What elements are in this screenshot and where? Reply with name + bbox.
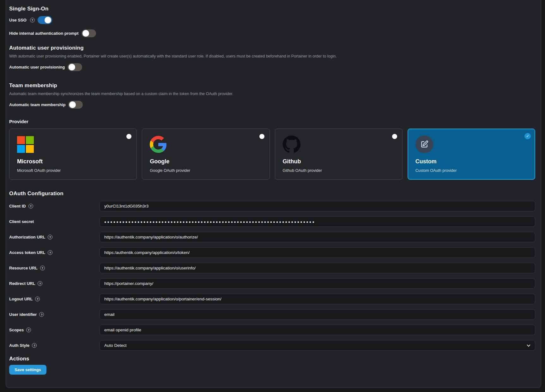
save-settings-button[interactable]: Save settings: [9, 365, 46, 375]
scopes-help-icon[interactable]: ?: [26, 328, 31, 332]
provider-card-subtitle: Microsoft OAuth provider: [17, 168, 129, 173]
client-secret-label: Client secret: [9, 219, 34, 224]
toggle-knob: [82, 30, 89, 37]
provider-card-title: Github: [283, 158, 395, 165]
access-token-url-help-icon[interactable]: ?: [48, 250, 52, 255]
redirect-url-label: Redirect URL: [9, 281, 35, 286]
auth-style-select[interactable]: Auto Detect: [100, 340, 535, 351]
user-identifier-label: User identifier: [9, 312, 37, 317]
auth-style-row: Auth Style ? Auto Detect: [9, 340, 535, 351]
provider-card-subtitle: Google OAuth provider: [150, 168, 262, 173]
resource-url-label: Resource URL: [9, 266, 38, 270]
redirect-url-help-icon[interactable]: ?: [38, 281, 42, 286]
provider-card-subtitle: Github OAuth provider: [283, 168, 395, 173]
logout-url-help-icon[interactable]: ?: [35, 297, 40, 301]
use-sso-row: Use SSO ?: [9, 16, 535, 24]
provider-cards: Microsoft Microsoft OAuth provider Googl…: [9, 129, 535, 178]
custom-edit-icon: [415, 136, 433, 153]
team-membership-row: Automatic team membership: [9, 100, 535, 109]
client-id-row: Client ID ?: [9, 201, 535, 211]
use-sso-toggle[interactable]: [38, 16, 52, 24]
access-token-url-input[interactable]: [100, 247, 535, 258]
provider-selected-check-icon[interactable]: ✓: [524, 133, 531, 139]
toggle-knob: [69, 64, 75, 70]
team-membership-heading: Team membership: [9, 82, 535, 89]
provider-card-title: Microsoft: [17, 158, 129, 165]
oauth-configuration-heading: OAuth Configuration: [9, 190, 535, 197]
logout-url-label: Logout URL: [9, 297, 33, 301]
hide-internal-auth-label: Hide internal authentication prompt: [9, 31, 79, 36]
provider-card-title: Custom: [415, 158, 527, 165]
provider-card-title: Google: [150, 158, 262, 165]
resource-url-help-icon[interactable]: ?: [40, 266, 45, 270]
team-membership-toggle[interactable]: [68, 101, 83, 109]
oauth-configuration-form: Client ID ? Client secret ●●●●●●●●●●●●●●…: [9, 201, 535, 351]
use-sso-help-icon[interactable]: ?: [30, 18, 35, 22]
provider-card-subtitle: Custom OAuth provider: [415, 168, 527, 173]
logout-url-row: Logout URL ?: [9, 294, 535, 304]
github-logo-icon: [283, 136, 300, 153]
provider-radio-unselected[interactable]: [392, 134, 397, 139]
scopes-input[interactable]: [100, 325, 535, 335]
auth-style-label: Auth Style: [9, 343, 29, 348]
provider-radio-unselected[interactable]: [126, 134, 131, 139]
auth-style-selected-value: Auto Detect: [104, 343, 127, 348]
provider-heading: Provider: [9, 119, 535, 124]
provider-card-google[interactable]: Google Google OAuth provider: [142, 129, 269, 180]
resource-url-input[interactable]: [100, 263, 535, 273]
access-token-url-row: Access token URL ?: [9, 247, 535, 258]
redirect-url-row: Redirect URL ?: [9, 278, 535, 289]
team-membership-description: Automatic team membership synchronizes t…: [9, 92, 535, 96]
client-id-label: Client ID: [9, 204, 26, 208]
auto-provisioning-description: With automatic user provisioning enabled…: [9, 54, 535, 58]
client-secret-input[interactable]: ●●●●●●●●●●●●●●●●●●●●●●●●●●●●●●●●●●●●●●●●…: [100, 216, 535, 227]
actions-heading: Actions: [9, 356, 535, 362]
client-secret-row: Client secret ●●●●●●●●●●●●●●●●●●●●●●●●●●…: [9, 216, 535, 227]
google-logo-icon: [150, 136, 167, 153]
auto-provisioning-row: Automatic user provisioning: [9, 63, 535, 71]
logout-url-input[interactable]: [100, 294, 535, 304]
authorization-url-label: Authorization URL: [9, 235, 45, 239]
sso-heading: Single Sign-On: [9, 6, 535, 12]
auto-provisioning-toggle[interactable]: [68, 63, 82, 71]
toggle-knob: [69, 101, 76, 108]
user-identifier-input[interactable]: [100, 309, 535, 320]
use-sso-label: Use SSO: [9, 18, 27, 22]
auto-provisioning-heading: Automatic user provisioning: [9, 45, 535, 51]
redirect-url-input[interactable]: [100, 278, 535, 289]
access-token-url-label: Access token URL: [9, 250, 45, 255]
provider-card-microsoft[interactable]: Microsoft Microsoft OAuth provider: [9, 129, 137, 180]
scopes-label: Scopes: [9, 328, 24, 332]
hide-internal-auth-row: Hide internal authentication prompt: [9, 29, 535, 37]
resource-url-row: Resource URL ?: [9, 263, 535, 273]
provider-card-github[interactable]: Github Github OAuth provider: [275, 129, 403, 180]
authorization-url-row: Authorization URL ?: [9, 232, 535, 242]
team-membership-label: Automatic team membership: [9, 102, 65, 107]
microsoft-logo-icon: [17, 136, 34, 153]
scopes-row: Scopes ?: [9, 325, 535, 335]
client-id-input[interactable]: [100, 201, 535, 211]
user-identifier-row: User identifier ?: [9, 309, 535, 320]
hide-internal-auth-toggle[interactable]: [82, 29, 96, 37]
toggle-knob: [45, 17, 51, 23]
masked-secret-value: ●●●●●●●●●●●●●●●●●●●●●●●●●●●●●●●●●●●●●●●●…: [104, 220, 315, 224]
client-id-help-icon[interactable]: ?: [28, 204, 33, 208]
authorization-url-input[interactable]: [100, 232, 535, 242]
provider-card-custom[interactable]: Custom Custom OAuth provider ✓: [408, 129, 535, 180]
authorization-url-help-icon[interactable]: ?: [48, 235, 52, 239]
auto-provisioning-label: Automatic user provisioning: [9, 65, 65, 69]
oauth-settings-panel: Single Sign-On Use SSO ? Hide internal a…: [6, 0, 541, 388]
auth-style-help-icon[interactable]: ?: [32, 343, 37, 348]
provider-radio-unselected[interactable]: [259, 134, 264, 139]
user-identifier-help-icon[interactable]: ?: [39, 312, 44, 317]
